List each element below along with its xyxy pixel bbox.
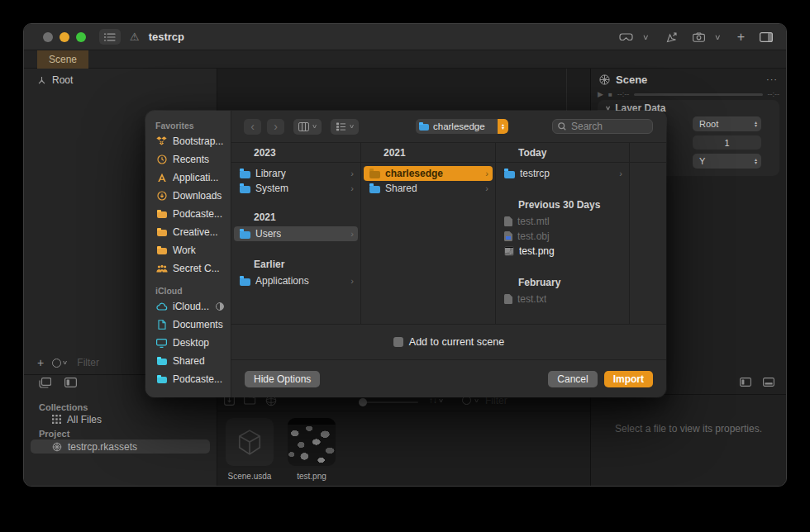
sidebar-item-icloud-drive[interactable]: iCloud... [145, 297, 231, 316]
sidebar-item-secret[interactable]: Secret C... [145, 259, 231, 278]
stepper-icon: ▴▾ [755, 121, 757, 128]
section-header: 2023 [231, 143, 360, 163]
icloud-header: iCloud [145, 284, 231, 297]
sidebar-item-bootstrap[interactable]: Bootstrap... [145, 132, 231, 150]
panel-left-icon [64, 378, 77, 387]
column-view-button[interactable]: ∨ [293, 119, 322, 135]
sidebar-item-creative[interactable]: Creative... [145, 223, 231, 241]
chevron-right-icon: › [350, 183, 354, 193]
list-item-all-files[interactable]: All Files [24, 412, 217, 426]
list-item-project[interactable]: testrcp.rkassets [31, 439, 210, 454]
sidebar-item-podcasts[interactable]: Podcaste... [145, 205, 231, 223]
folder-icon [157, 211, 167, 218]
filter-menu-button[interactable]: ∨ [52, 359, 67, 368]
stop-button[interactable]: ■ [608, 91, 612, 98]
folder-icon [157, 230, 167, 236]
collections-view-button[interactable] [39, 378, 51, 388]
add-to-scene-checkbox[interactable] [393, 337, 403, 347]
folder-icon [369, 186, 380, 193]
ar-preview-button[interactable] [619, 33, 633, 41]
count-field[interactable]: 1 [693, 135, 761, 150]
sidebar-item-shared[interactable]: Shared [145, 352, 231, 370]
add-entity-button[interactable]: + [37, 356, 44, 369]
file-item-charlesedge-selected[interactable]: charlesedge › [364, 166, 493, 181]
file-item-test-obj[interactable]: test.obj [498, 229, 627, 244]
dropdown-value: Y [699, 156, 705, 166]
browser-column-3: Today testrcp › Previous 30 Days test.mt… [496, 143, 630, 324]
outliner-item-root[interactable]: Root [37, 74, 73, 86]
chevron-down-icon[interactable]: ∨ [642, 33, 650, 41]
add-button[interactable]: + [737, 30, 745, 45]
inspector-toggle-button[interactable] [760, 32, 773, 42]
sidebar-item-podcasts-icloud[interactable]: Podcaste... [145, 370, 231, 388]
sidebar-item-recents[interactable]: Recents [145, 150, 231, 169]
chevron-down-icon: ∨ [438, 397, 444, 404]
panel-left-icon [740, 378, 751, 387]
columns-icon [298, 122, 309, 131]
playback-controls: ▶ ■ --:-- --:-- [598, 88, 779, 100]
sidebar-item-downloads[interactable]: Downloads [145, 187, 231, 205]
slider-knob[interactable] [359, 398, 367, 406]
clock-icon [157, 154, 167, 164]
tab-scene[interactable]: Scene [37, 50, 88, 69]
chevron-down-icon[interactable]: ∨ [714, 33, 722, 41]
close-button[interactable] [43, 32, 53, 42]
transform-tool-button[interactable] [665, 31, 678, 43]
file-item-test-txt[interactable]: test.txt [498, 292, 627, 306]
column-browser: 2023 Library › System › 2021 [231, 142, 666, 325]
file-item-applications[interactable]: Applications › [234, 273, 358, 288]
library-panel-button[interactable] [64, 378, 77, 388]
document-icon [158, 320, 166, 330]
axis-icon [37, 76, 46, 85]
minimize-button[interactable] [60, 32, 69, 42]
chevron-right-icon: › [350, 169, 354, 178]
project-item-label: testrcp.rkassets [68, 441, 137, 453]
folder-icon [240, 231, 250, 239]
gallery-view-button[interactable]: ∨ [331, 119, 359, 135]
popup-stepper-icon: ▴▾ [498, 119, 508, 134]
location-popup[interactable]: charlesedge ▴▾ [416, 119, 508, 134]
dialog-search-field[interactable] [552, 119, 653, 134]
browser-column-4 [630, 143, 666, 324]
project-header: Project [24, 429, 217, 439]
warning-icon[interactable]: ⚠ [130, 31, 140, 43]
dialog-favorites-sidebar: Favorites Bootstrap... Recents Applicati… [145, 111, 231, 397]
file-item-test-mtl[interactable]: test.mtl [498, 214, 627, 229]
up-axis-dropdown[interactable]: Y ▴▾ [693, 154, 761, 169]
file-item-shared[interactable]: Shared › [364, 181, 493, 196]
empty-state-text: Select a file to view its properties. [614, 422, 763, 436]
sidebar-item-desktop[interactable]: Desktop [145, 334, 231, 352]
sidebar-item-applications[interactable]: Applicati... [145, 169, 231, 187]
window-controls [43, 32, 86, 42]
cancel-button[interactable]: Cancel [548, 371, 597, 387]
outline-list-button[interactable] [99, 29, 121, 45]
cloud-icon [156, 302, 168, 311]
forward-button[interactable]: › [267, 119, 284, 135]
asset-scene-usda[interactable]: Scene.usda [226, 418, 274, 481]
shader-panel-button[interactable] [763, 378, 774, 387]
file-item-users-selected[interactable]: Users › [234, 226, 358, 241]
time-total: --:-- [768, 90, 780, 98]
search-input[interactable] [569, 120, 644, 133]
root-entity-dropdown[interactable]: Root ▴▾ [693, 116, 761, 131]
properties-panel-button[interactable] [740, 378, 751, 387]
zoom-button[interactable] [76, 32, 86, 42]
file-item-system[interactable]: System › [234, 181, 358, 196]
file-item-testrcp[interactable]: testrcp › [498, 166, 627, 181]
inspector-title: Scene [616, 74, 647, 86]
sidebar-item-documents[interactable]: Documents [145, 316, 231, 334]
hide-options-button[interactable]: Hide Options [245, 371, 320, 387]
play-button[interactable]: ▶ [598, 90, 603, 98]
asset-test-png[interactable]: test.png [288, 418, 336, 481]
more-options-button[interactable]: ··· [766, 74, 778, 84]
all-files-label: All Files [67, 414, 102, 425]
sidebar-item-work[interactable]: Work [145, 241, 231, 259]
thumbnail-size-slider[interactable] [363, 401, 418, 403]
file-item-test-png[interactable]: test.png [498, 244, 627, 259]
chevron-down-icon: ∨ [349, 123, 355, 130]
back-button[interactable]: ‹ [244, 119, 261, 135]
snapshot-button[interactable] [693, 32, 705, 42]
import-button[interactable]: Import [604, 371, 653, 387]
file-item-library[interactable]: Library › [234, 166, 358, 181]
timeline-scrubber[interactable] [634, 93, 762, 96]
